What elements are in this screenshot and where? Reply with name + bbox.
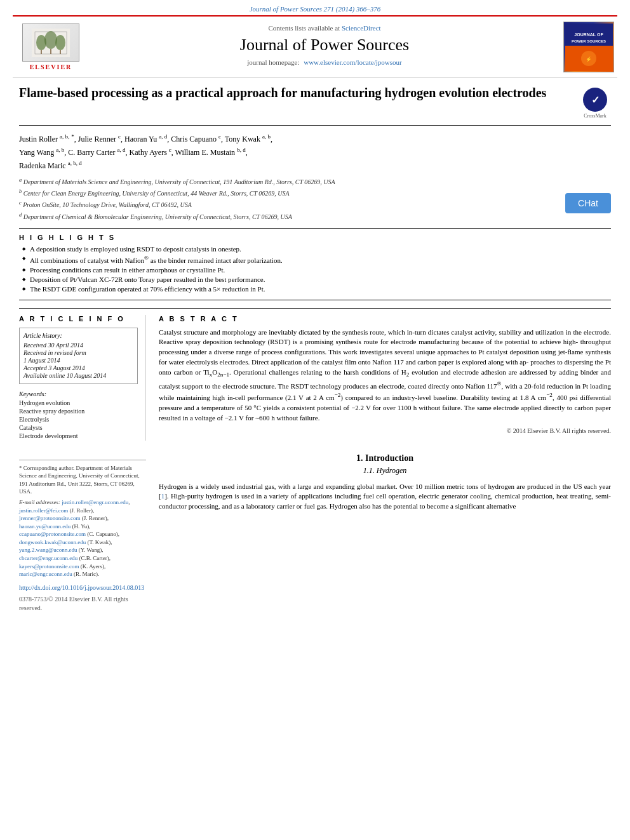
doi-link[interactable]: http://dx.doi.org/10.1016/j.jpowsour.201…	[19, 583, 146, 592]
intro-left-col: * Corresponding author. Department of Ma…	[19, 453, 146, 613]
keyword-2: Reactive spray deposition	[19, 408, 138, 415]
science-direct-line: Contents lists available at ScienceDirec…	[95, 24, 554, 32]
abstract-label: A B S T R A C T	[159, 315, 611, 323]
history-revised: Received in revised form	[23, 349, 133, 356]
affil-c: c Proton OnSite, 10 Technology Drive, Wa…	[19, 199, 611, 210]
svg-text:POWER SOURCES: POWER SOURCES	[571, 39, 605, 43]
header-left: ELSEVIER	[13, 22, 89, 72]
keyword-3: Electrolysis	[19, 416, 138, 423]
history-title: Article history:	[23, 332, 133, 339]
elsevier-label: ELSEVIER	[22, 63, 79, 70]
author-2: Julie Renner c,	[78, 135, 123, 143]
history-revised-date: 1 August 2014	[23, 357, 133, 364]
header-center: Contents lists available at ScienceDirec…	[89, 22, 560, 72]
intro-text: Hydrogen is a widely used industrial gas…	[159, 482, 611, 512]
affiliations-section: a Department of Materials Science and En…	[19, 177, 611, 222]
highlights-list: A deposition study is employed using RSD…	[19, 245, 611, 293]
elsevier-logo: ELSEVIER	[22, 23, 79, 70]
author-9: William E. Mustain b, d,	[175, 148, 248, 157]
author-7: C. Barry Carter a, d,	[68, 148, 127, 157]
history-received: Received 30 April 2014	[23, 342, 133, 349]
page: Journal of Power Sources 271 (2014) 366–…	[0, 0, 630, 840]
footnote-emails: E-mail addresses: justin.roller@engr.uco…	[19, 498, 146, 578]
article-title: Flame-based processing as a practical ap…	[19, 84, 570, 101]
copyright-text: © 2014 Elsevier B.V. All rights reserved…	[159, 427, 611, 434]
affil-a: a Department of Materials Science and En…	[19, 177, 611, 187]
article-history-box: Article history: Received 30 April 2014 …	[19, 328, 138, 384]
footnote-corresponding: * Corresponding author. Department of Ma…	[19, 464, 146, 496]
citation-bar: Journal of Power Sources 271 (2014) 366–…	[0, 0, 630, 15]
author-1: Justin Roller a, b, *,	[19, 135, 76, 143]
crossmark-logo: ✓ CrossMark	[579, 88, 611, 119]
author-10: Radenka Maric a, b, d	[19, 161, 82, 170]
keywords-title: Keywords:	[19, 390, 138, 397]
keyword-1: Hydrogen evolution	[19, 399, 138, 406]
author-4: Chris Capuano c,	[171, 135, 223, 143]
history-accepted: Accepted 3 August 2014	[23, 364, 133, 371]
author-3: Haoran Yu a, d,	[124, 135, 169, 143]
abstract-text: Catalyst structure and morphology are in…	[159, 328, 611, 423]
article-body: Flame-based processing as a practical ap…	[0, 78, 630, 625]
highlights-section: H I G H L I G H T S A deposition study i…	[19, 228, 611, 300]
highlight-2: All combinations of catalyst with Nafion…	[22, 255, 611, 264]
journal-title: Journal of Power Sources	[95, 36, 554, 55]
journal-homepage-line: journal homepage: www.elsevier.com/locat…	[95, 58, 554, 66]
journal-cover-image: JOURNAL OF POWER SOURCES ⚡	[563, 22, 614, 72]
homepage-url[interactable]: www.elsevier.com/locate/jpowsour	[304, 58, 401, 66]
footnotes-area: * Corresponding author. Department of Ma…	[19, 460, 146, 613]
history-available: Available online 10 August 2014	[23, 372, 133, 379]
ref-1[interactable]: 1	[161, 492, 165, 500]
article-title-container: Flame-based processing as a practical ap…	[19, 84, 570, 101]
intro-heading: 1. Introduction	[159, 453, 611, 463]
keyword-4: Catalysts	[19, 424, 138, 431]
article-info-label: A R T I C L E I N F O	[19, 315, 138, 323]
highlights-label: H I G H L I G H T S	[19, 234, 611, 241]
intro-subheading: 1.1. Hydrogen	[159, 466, 611, 476]
highlight-1: A deposition study is employed using RSD…	[22, 245, 611, 253]
article-info-abstract-section: A R T I C L E I N F O Article history: R…	[19, 308, 611, 441]
journal-header: ELSEVIER Contents lists available at Sci…	[13, 15, 617, 78]
highlight-3: Processing conditions can result in eith…	[22, 266, 611, 274]
science-direct-link-text[interactable]: ScienceDirect	[342, 24, 381, 32]
highlight-5: The RSDT GDE configuration operated at 7…	[22, 285, 611, 293]
svg-text:⚡: ⚡	[586, 56, 592, 62]
author-5: Tony Kwak a, b,	[225, 135, 272, 143]
author-8: Kathy Ayers c,	[130, 148, 173, 157]
citation-text: Journal of Power Sources 271 (2014) 366–…	[250, 5, 381, 13]
chat-button[interactable]: CHat	[565, 193, 611, 213]
homepage-label: journal homepage:	[247, 58, 299, 66]
svg-point-3	[44, 31, 57, 49]
highlight-4: Deposition of Pt/Vulcan XC-72R onto Tora…	[22, 276, 611, 283]
crossmark-icon: ✓	[583, 88, 607, 112]
keyword-5: Electrode development	[19, 432, 138, 439]
intro-right-col: 1. Introduction 1.1. Hydrogen Hydrogen i…	[159, 453, 611, 613]
author-6: Yang Wang a, b,	[19, 148, 66, 157]
article-info-col: A R T I C L E I N F O Article history: R…	[19, 315, 146, 441]
affil-b: b Center for Clean Energy Engineering, U…	[19, 188, 611, 198]
svg-point-4	[55, 35, 65, 50]
keywords-box: Keywords: Hydrogen evolution Reactive sp…	[19, 390, 138, 439]
issn-text: 0378-7753/© 2014 Elsevier B.V. All right…	[19, 595, 146, 613]
article-title-section: Flame-based processing as a practical ap…	[19, 84, 611, 126]
introduction-section: * Corresponding author. Department of Ma…	[19, 453, 611, 613]
authors-section: Justin Roller a, b, *, Julie Renner c, H…	[19, 132, 611, 173]
abstract-col: A B S T R A C T Catalyst structure and m…	[159, 315, 611, 441]
affil-d: d Department of Chemical & Biomolecular …	[19, 211, 611, 222]
svg-text:JOURNAL OF: JOURNAL OF	[574, 32, 603, 37]
contents-label: Contents lists available at	[268, 24, 340, 32]
header-right: JOURNAL OF POWER SOURCES ⚡	[560, 22, 617, 72]
crossmark-label: CrossMark	[584, 113, 607, 119]
elsevier-logo-image	[22, 23, 79, 62]
